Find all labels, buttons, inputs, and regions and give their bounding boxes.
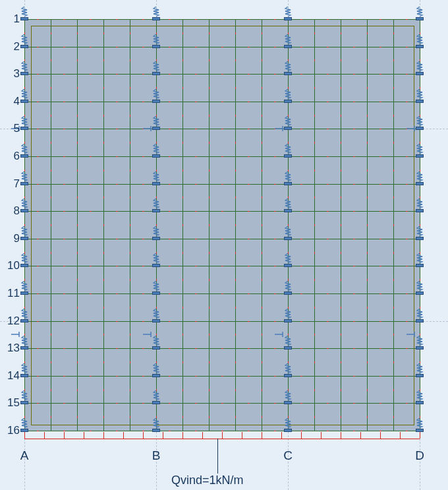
node-tick (63, 321, 65, 322)
node-tick (248, 19, 250, 20)
node-tick (300, 266, 302, 266)
node-tick (130, 279, 130, 281)
node-tick (248, 211, 250, 212)
node-tick (353, 431, 355, 431)
col-label: A (16, 448, 32, 463)
node-tick (300, 184, 302, 185)
node-tick (235, 87, 236, 89)
node-tick (353, 74, 355, 75)
node-tick (182, 115, 183, 117)
node-tick (37, 348, 39, 349)
support-base (20, 154, 28, 158)
node-tick (90, 321, 92, 322)
node-tick (420, 142, 420, 144)
node-tick (156, 197, 157, 199)
node-tick (77, 142, 78, 144)
node-tick (248, 321, 250, 322)
load-tick (123, 432, 124, 439)
node-tick (103, 142, 104, 144)
support-base (284, 374, 292, 377)
node-tick (221, 129, 223, 129)
node-tick (90, 211, 92, 212)
node-tick (209, 197, 210, 199)
node-tick (379, 19, 381, 20)
node-tick (367, 142, 368, 144)
support-base (20, 374, 28, 377)
node-tick (379, 47, 381, 47)
node-tick (314, 197, 315, 199)
node-tick (341, 115, 341, 117)
node-tick (420, 59, 420, 61)
node-tick (195, 376, 197, 377)
release-icon (406, 125, 418, 133)
node-tick (182, 59, 183, 61)
node-tick (51, 361, 51, 363)
node-tick (37, 321, 39, 322)
support-base (152, 346, 160, 350)
node-tick (235, 334, 236, 336)
node-tick (63, 74, 65, 75)
node-tick (116, 376, 118, 377)
node-tick (248, 102, 250, 102)
node-tick (169, 74, 171, 75)
node-tick (116, 129, 118, 129)
row-label: 9 (4, 232, 20, 245)
support-base (284, 182, 292, 185)
node-tick (262, 142, 262, 144)
node-tick (221, 19, 223, 20)
node-tick (353, 211, 355, 212)
node-tick (24, 142, 25, 144)
node-tick (77, 334, 78, 336)
node-tick (195, 266, 197, 266)
node-tick (37, 74, 39, 75)
node-tick (90, 403, 92, 404)
node-tick (209, 142, 210, 144)
support-base (20, 45, 28, 48)
node-tick (327, 348, 329, 349)
row-label: 15 (4, 396, 20, 410)
node-tick (90, 348, 92, 349)
node-tick (90, 239, 92, 239)
node-tick (235, 361, 236, 363)
node-tick (116, 348, 118, 349)
node-tick (77, 197, 78, 199)
node-tick (420, 252, 420, 254)
node-tick (248, 47, 250, 47)
load-tick (222, 432, 223, 439)
node-tick (379, 376, 381, 377)
node-tick (288, 142, 289, 144)
node-tick (406, 239, 408, 239)
support-base (152, 264, 160, 267)
node-tick (116, 156, 118, 157)
node-tick (77, 279, 78, 281)
node-tick (24, 307, 25, 309)
node-tick (262, 87, 262, 89)
node-tick (235, 279, 236, 281)
node-tick (103, 169, 104, 171)
node-tick (393, 197, 394, 199)
support-base (20, 291, 28, 295)
node-tick (209, 334, 210, 336)
node-tick (393, 169, 394, 171)
row-label: 11 (4, 287, 20, 300)
node-tick (116, 403, 118, 404)
node-tick (274, 431, 276, 431)
node-tick (142, 293, 144, 294)
node-tick (130, 361, 130, 363)
support-base (20, 401, 28, 404)
node-tick (221, 403, 223, 404)
node-tick (195, 129, 197, 129)
node-tick (142, 156, 144, 157)
node-tick (379, 266, 381, 266)
node-tick (379, 239, 381, 239)
node-tick (142, 376, 144, 377)
node-tick (420, 389, 420, 391)
node-tick (314, 87, 315, 89)
node-tick (90, 19, 92, 20)
support-base (284, 154, 292, 158)
node-tick (262, 32, 262, 34)
node-tick (248, 129, 250, 129)
release-icon (275, 125, 287, 133)
node-tick (262, 389, 262, 391)
support-base (20, 346, 28, 350)
